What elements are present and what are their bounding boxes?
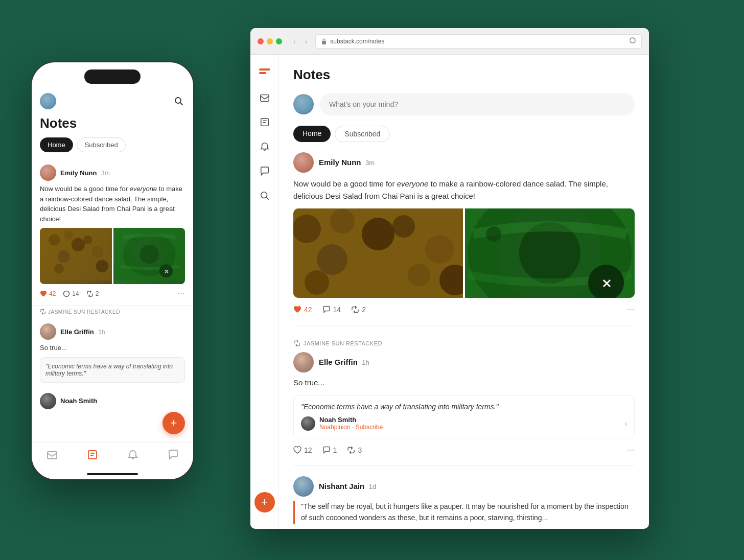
- restack-bar: JASMINE SUN RESTACKED: [293, 336, 635, 352]
- sidebar-inbox[interactable]: [254, 87, 275, 108]
- phone-like-count: 42: [49, 290, 56, 297]
- phone-restack-count: 2: [96, 290, 99, 297]
- phone-post-1: Emily Nunn 3m Now would be a good time f…: [32, 158, 193, 306]
- post-1-comment-btn[interactable]: 14: [322, 306, 341, 314]
- svg-point-41: [408, 264, 430, 286]
- svg-rect-19: [48, 452, 57, 459]
- close-button[interactable]: [258, 38, 264, 44]
- post-2-restack-btn[interactable]: 3: [347, 446, 362, 454]
- post-1-more-btn[interactable]: ···: [627, 304, 635, 315]
- restack-label: JASMINE SUN RESTACKED: [304, 340, 382, 346]
- post-1-header: Emily Nunn 3m: [293, 152, 635, 173]
- subscribe-link[interactable]: Subscribe: [356, 424, 383, 431]
- browser-window: ‹ › substack.com/notes: [250, 28, 649, 529]
- post-1-time: 3m: [365, 159, 375, 167]
- back-button[interactable]: ‹: [290, 36, 299, 46]
- phone-post-1-text: Now would be a good time for everyone to…: [40, 184, 185, 224]
- phone-tab-subscribed[interactable]: Subscribed: [77, 137, 126, 152]
- svg-point-0: [175, 98, 181, 103]
- phone-page-title: Notes: [32, 115, 193, 137]
- svg-point-5: [72, 238, 85, 251]
- traffic-lights: [258, 38, 282, 44]
- phone-post-1-time: 3m: [101, 170, 110, 177]
- post-2-quote-publication: Noahpinion · Subscribe: [319, 424, 383, 431]
- svg-rect-25: [261, 119, 268, 126]
- post-3: Nishant Jain 1d "The self may be royal, …: [293, 476, 635, 529]
- post-1-avatar[interactable]: [293, 152, 314, 173]
- url-bar[interactable]: substack.com/notes: [315, 34, 642, 49]
- svg-line-29: [266, 197, 268, 200]
- svg-point-12: [96, 260, 108, 272]
- forward-button[interactable]: ›: [302, 36, 311, 46]
- phone-like-btn[interactable]: 42: [40, 290, 56, 297]
- phone-nav-bell[interactable]: [123, 449, 143, 460]
- phone-fab[interactable]: +: [162, 412, 185, 434]
- post-1-like-btn[interactable]: 42: [293, 306, 312, 314]
- post-3-quote-bar: "The self may be royal, but it hungers l…: [293, 501, 635, 524]
- sidebar-search[interactable]: [254, 185, 275, 206]
- svg-point-4: [64, 230, 74, 240]
- svg-rect-20: [88, 451, 97, 459]
- tab-subscribed[interactable]: Subscribed: [335, 126, 390, 142]
- post-3-header: Nishant Jain 1d: [293, 476, 635, 497]
- phone-search-icon[interactable]: [173, 95, 185, 107]
- svg-point-38: [305, 270, 329, 295]
- quote-chevron-icon: ›: [624, 419, 627, 428]
- post-2-restack-count: 3: [358, 446, 362, 454]
- minimize-button[interactable]: [267, 38, 273, 44]
- post-1-text: Now would be a good time for everyone to…: [293, 178, 635, 202]
- post-1-image-2: [465, 208, 635, 298]
- svg-rect-23: [322, 41, 326, 44]
- sidebar-notes[interactable]: [254, 112, 275, 132]
- svg-point-37: [425, 235, 454, 264]
- post-2-avatar[interactable]: [293, 352, 314, 372]
- svg-point-33: [362, 218, 394, 250]
- phone-nav-inbox[interactable]: [42, 449, 62, 460]
- post-3-quote-text: "The self may be royal, but it hungers l…: [301, 501, 635, 524]
- post-3-avatar[interactable]: [293, 476, 314, 497]
- post-2-like-btn[interactable]: 12: [293, 446, 312, 454]
- sidebar-bell[interactable]: [254, 136, 275, 157]
- compose-area: [293, 93, 635, 115]
- post-1: Emily Nunn 3m Now would be a good time f…: [293, 152, 635, 325]
- phone-post-3-preview: Noah Smith: [32, 388, 193, 414]
- phone-post-2-avatar[interactable]: [40, 323, 56, 340]
- post-2-like-count: 12: [304, 446, 312, 454]
- phone-nav-notes[interactable]: [82, 449, 103, 460]
- phone-post-3-author: Noah Smith: [60, 397, 97, 405]
- phone-post-1-actions: 42 14 2 ···: [40, 288, 185, 299]
- phone-post-1-avatar[interactable]: [40, 165, 56, 181]
- phone-post-3-avatar[interactable]: [40, 393, 56, 409]
- sidebar-chat[interactable]: [254, 161, 275, 181]
- tab-home[interactable]: Home: [293, 126, 331, 142]
- maximize-button[interactable]: [276, 38, 282, 44]
- post-2-more-btn[interactable]: ···: [627, 445, 635, 455]
- compose-input[interactable]: [320, 93, 635, 115]
- phone-more-btn[interactable]: ···: [177, 288, 185, 299]
- post-1-restack-btn[interactable]: 2: [351, 306, 366, 314]
- post-1-restack-count: 2: [362, 306, 366, 314]
- post-3-time: 1d: [369, 483, 376, 491]
- post-3-author: Nishant Jain: [319, 482, 364, 491]
- post-1-like-count: 42: [304, 306, 312, 314]
- logo-line-2: [259, 72, 266, 74]
- phone-post-1-image-1: [40, 228, 112, 284]
- phone-home-indicator: [87, 473, 138, 475]
- phone-comment-btn[interactable]: 14: [63, 290, 79, 297]
- phone-restack-btn[interactable]: 2: [86, 290, 99, 297]
- phone-nav-chat[interactable]: [163, 449, 183, 460]
- reload-button[interactable]: [629, 37, 636, 45]
- post-2-quote-card: "Economic terms have a way of translatin…: [293, 395, 635, 438]
- phone-tab-home[interactable]: Home: [40, 137, 73, 152]
- svg-rect-24: [260, 95, 268, 102]
- page-title: Notes: [293, 67, 635, 83]
- post-2-comment-btn[interactable]: 1: [322, 446, 337, 454]
- feed-tabs: Home Subscribed: [293, 126, 635, 142]
- phone-restack-label: JASMINE SUN RESTACKED: [48, 309, 120, 315]
- sidebar-compose-btn[interactable]: +: [254, 492, 275, 512]
- svg-point-32: [330, 209, 355, 234]
- phone-user-avatar[interactable]: [40, 93, 56, 109]
- post-1-image-1: [293, 208, 463, 298]
- substack-logo[interactable]: [257, 63, 273, 79]
- phone-screen: Notes Home Subscribed Emily Nunn 3m Now …: [32, 62, 193, 479]
